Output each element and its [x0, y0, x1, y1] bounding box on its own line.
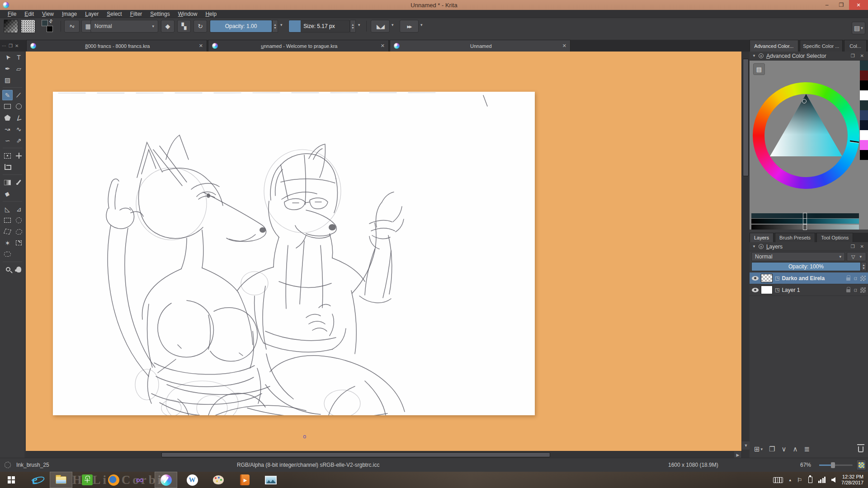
size-slider[interactable]: Size: 5.17 px — [288, 20, 350, 33]
tool-multibrush[interactable]: ⇗ — [14, 135, 24, 145]
scroll-down-icon[interactable]: ▼ — [742, 441, 750, 450]
shade-handle[interactable] — [803, 218, 807, 224]
close-icon[interactable]: ✕ — [15, 43, 19, 48]
tool-local-select[interactable] — [14, 238, 24, 248]
foreground-color-swatch[interactable] — [42, 20, 48, 26]
tool-bezier-curve[interactable]: ↝ — [2, 124, 13, 134]
alpha-lock-icon[interactable]: α — [854, 275, 857, 282]
tab-brush-presets[interactable]: Brush Presets — [775, 233, 815, 242]
advanced-color-selector[interactable]: ▤ ······ — [750, 61, 868, 230]
background-color-swatch[interactable] — [47, 26, 53, 32]
horizontal-scrollbar-thumb[interactable] — [161, 452, 550, 457]
tool-freehand-path[interactable]: ∿ — [14, 124, 24, 134]
action-center-flag-icon[interactable]: ⚐ — [797, 477, 802, 483]
tool-pan[interactable] — [14, 264, 24, 275]
grip-icon[interactable]: ⋯ — [2, 43, 6, 48]
tool-polyline[interactable]: ∠ — [14, 113, 24, 123]
tool-polygon[interactable] — [2, 113, 13, 123]
opacity-options-arrow[interactable]: ▾ — [280, 23, 283, 27]
taskbar-movies-button[interactable]: ▶ — [233, 472, 256, 488]
menu-item-help[interactable]: Help — [201, 10, 221, 18]
minimize-button[interactable]: – — [820, 0, 834, 10]
inherit-alpha-icon[interactable] — [860, 276, 866, 281]
tool-polygon-select[interactable] — [2, 226, 13, 237]
history-swatch[interactable] — [860, 130, 868, 140]
taskbar-photos-button[interactable] — [259, 472, 282, 488]
visibility-eye-icon[interactable] — [752, 288, 759, 292]
pattern-chooser[interactable] — [21, 19, 35, 33]
document-tab[interactable]: Unnamed✕ — [390, 40, 571, 52]
close-icon[interactable]: ✕ — [381, 43, 385, 49]
collapse-icon[interactable]: ▼ — [752, 54, 756, 58]
tool-rect-select[interactable] — [2, 215, 13, 225]
mirror-horizontal-button[interactable]: ◣◢ — [371, 20, 390, 33]
tool-zoom[interactable] — [2, 264, 13, 275]
volume-icon[interactable] — [831, 477, 835, 483]
tool-dynamic-brush[interactable]: ∽ — [2, 135, 13, 145]
layer-name[interactable]: Layer 1 — [782, 287, 844, 293]
vertical-scrollbar-thumb[interactable] — [743, 59, 749, 176]
preserve-alpha-button[interactable]: ▚ — [177, 20, 191, 33]
size-options-arrow[interactable]: ▾ — [358, 23, 360, 27]
collapse-icon[interactable]: ▼ — [752, 244, 756, 249]
docker-tab-specific-color-[interactable]: Specific Color ... — [800, 40, 843, 52]
eraser-mode-button[interactable]: ◆ — [161, 20, 175, 33]
duplicate-layer-button[interactable]: ❐ — [769, 445, 775, 453]
swap-colors-icon[interactable]: ⇄ — [47, 18, 54, 24]
close-icon[interactable]: ✕ — [859, 53, 865, 58]
shade-bar-2[interactable] — [751, 219, 859, 224]
tool-ellipse[interactable] — [14, 101, 24, 112]
layer-opacity-slider[interactable]: Opacity: 100% — [751, 262, 861, 271]
history-swatch[interactable] — [860, 90, 868, 100]
menu-item-settings[interactable]: Settings — [146, 10, 174, 18]
document-tab[interactable]: 8000 francs - 8000 francs.kra✕ — [26, 40, 207, 52]
menu-item-filter[interactable]: Filter — [126, 10, 146, 18]
close-button[interactable]: ✕ — [849, 0, 868, 10]
delete-layer-button[interactable] — [858, 446, 863, 452]
fg-bg-colors[interactable]: ⇄ — [42, 20, 55, 33]
layer-filter-button[interactable]: ▽ ▾ — [847, 252, 866, 261]
tool-measure[interactable]: ⊿ — [14, 204, 24, 214]
menu-item-edit[interactable]: Edit — [20, 10, 38, 18]
lock-icon[interactable] — [846, 289, 850, 292]
alpha-lock-icon[interactable]: α — [854, 286, 857, 293]
mirror-vertical-button[interactable]: ▸▸ — [400, 20, 419, 33]
layer-blend-dropdown[interactable]: Normal ▾ — [751, 252, 845, 261]
taskbar-firefox-button[interactable] — [102, 472, 125, 488]
document-canvas[interactable] — [53, 92, 535, 415]
taskbar-file-explorer-button[interactable] — [50, 472, 72, 488]
tool-transform[interactable] — [2, 150, 13, 161]
vertical-scrollbar[interactable]: ▼ — [741, 52, 750, 458]
layer-row[interactable]: ◳Darko and Eirelaα — [750, 272, 868, 284]
taskbar-krita-button[interactable] — [155, 472, 177, 488]
menu-item-file[interactable]: File — [4, 10, 20, 18]
network-signal-icon[interactable] — [818, 477, 826, 483]
layer-row[interactable]: ◳Layer 1α — [750, 284, 868, 296]
size-spinner[interactable]: ▲▼ — [350, 20, 356, 33]
close-icon[interactable]: ✕ — [859, 244, 865, 249]
history-swatch[interactable] — [860, 100, 868, 110]
layers-header[interactable]: ▼ a Layers ❐ ✕ — [750, 242, 868, 251]
menu-item-view[interactable]: View — [38, 10, 58, 18]
restore-button[interactable]: ❐ — [835, 0, 848, 10]
tool-transform-shapes[interactable]: ➤ — [2, 52, 13, 62]
tool-bezier-select[interactable] — [2, 249, 13, 259]
taskbar-visual-studio-button[interactable]: ∞ — [128, 472, 151, 488]
opacity-slider[interactable]: Opacity: 1.00 — [210, 20, 272, 33]
history-swatch[interactable] — [860, 150, 868, 160]
taskbar-windows-store-button[interactable] — [76, 472, 99, 488]
workspace-chooser-button[interactable]: ▤ ▾ — [852, 22, 865, 34]
layer-name[interactable]: Darko and Eirela — [782, 275, 844, 282]
mirror-vertical-arrow[interactable]: ▾ — [420, 23, 423, 27]
horizontal-scrollbar[interactable]: ▶ — [26, 451, 741, 458]
history-swatch[interactable] — [860, 140, 868, 150]
history-swatch[interactable] — [860, 70, 868, 80]
history-swatch[interactable] — [860, 80, 868, 90]
move-layer-down-button[interactable]: ∨ — [782, 445, 787, 453]
resize-grip[interactable]: ······ — [797, 226, 810, 230]
blend-mode-dropdown[interactable]: Normal ▾ — [90, 20, 158, 33]
tool-freehand-brush[interactable]: ✎ — [2, 90, 13, 100]
inherit-alpha-icon[interactable] — [860, 287, 866, 293]
tool-text[interactable]: T — [14, 52, 24, 62]
tool-move[interactable] — [14, 150, 24, 161]
